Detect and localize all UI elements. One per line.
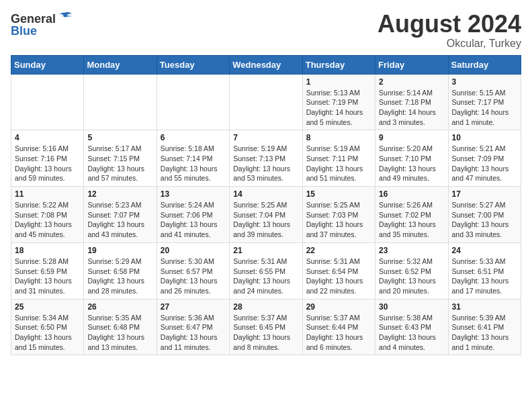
days-header-row: SundayMondayTuesdayWednesdayThursdayFrid… (11, 55, 521, 74)
day-info: Sunrise: 5:32 AM Sunset: 6:52 PM Dayligh… (379, 257, 444, 296)
day-number: 8 (306, 133, 371, 142)
day-info: Sunrise: 5:19 AM Sunset: 7:11 PM Dayligh… (306, 144, 371, 183)
day-cell: 19Sunrise: 5:29 AM Sunset: 6:58 PM Dayli… (84, 242, 157, 299)
day-number: 29 (306, 302, 371, 312)
header-thursday: Thursday (302, 55, 375, 74)
day-cell: 1Sunrise: 5:13 AM Sunset: 7:19 PM Daylig… (302, 74, 375, 130)
day-info: Sunrise: 5:37 AM Sunset: 6:45 PM Dayligh… (233, 313, 298, 353)
day-number: 12 (87, 189, 152, 199)
day-cell: 15Sunrise: 5:25 AM Sunset: 7:03 PM Dayli… (302, 187, 375, 243)
day-cell: 26Sunrise: 5:35 AM Sunset: 6:48 PM Dayli… (84, 299, 157, 355)
location-subtitle: Okcular, Turkey (378, 38, 521, 50)
day-number: 16 (379, 189, 444, 199)
day-info: Sunrise: 5:36 AM Sunset: 6:47 PM Dayligh… (161, 313, 226, 353)
day-number: 18 (15, 246, 80, 255)
logo: General Blue (11, 11, 73, 38)
day-cell: 2Sunrise: 5:14 AM Sunset: 7:18 PM Daylig… (375, 74, 448, 130)
day-info: Sunrise: 5:19 AM Sunset: 7:13 PM Dayligh… (233, 144, 298, 183)
day-cell: 12Sunrise: 5:23 AM Sunset: 7:07 PM Dayli… (84, 187, 157, 243)
day-cell: 30Sunrise: 5:38 AM Sunset: 6:43 PM Dayli… (375, 299, 448, 355)
month-year-title: August 2024 (378, 11, 521, 38)
header-wednesday: Wednesday (230, 55, 302, 74)
day-cell: 28Sunrise: 5:37 AM Sunset: 6:45 PM Dayli… (230, 299, 302, 355)
header-monday: Monday (84, 55, 157, 74)
day-info: Sunrise: 5:37 AM Sunset: 6:44 PM Dayligh… (306, 313, 371, 353)
week-row-1: 1Sunrise: 5:13 AM Sunset: 7:19 PM Daylig… (11, 74, 521, 130)
calendar-table: SundayMondayTuesdayWednesdayThursdayFrid… (11, 55, 521, 356)
day-cell: 24Sunrise: 5:33 AM Sunset: 6:51 PM Dayli… (448, 242, 521, 299)
day-info: Sunrise: 5:23 AM Sunset: 7:07 PM Dayligh… (87, 200, 152, 240)
day-info: Sunrise: 5:31 AM Sunset: 6:55 PM Dayligh… (233, 257, 298, 296)
day-cell: 3Sunrise: 5:15 AM Sunset: 7:17 PM Daylig… (448, 74, 521, 130)
week-row-5: 25Sunrise: 5:34 AM Sunset: 6:50 PM Dayli… (11, 299, 521, 355)
day-number: 15 (306, 189, 371, 199)
day-number: 5 (87, 133, 152, 142)
day-info: Sunrise: 5:34 AM Sunset: 6:50 PM Dayligh… (15, 313, 80, 353)
day-number: 2 (379, 77, 444, 87)
day-number: 14 (233, 189, 298, 199)
day-info: Sunrise: 5:25 AM Sunset: 7:03 PM Dayligh… (306, 200, 371, 240)
day-info: Sunrise: 5:29 AM Sunset: 6:58 PM Dayligh… (87, 257, 152, 296)
day-number: 10 (452, 133, 517, 142)
day-cell: 13Sunrise: 5:24 AM Sunset: 7:06 PM Dayli… (157, 187, 229, 243)
day-info: Sunrise: 5:24 AM Sunset: 7:06 PM Dayligh… (161, 200, 226, 240)
day-cell: 17Sunrise: 5:27 AM Sunset: 7:00 PM Dayli… (448, 187, 521, 243)
header-saturday: Saturday (448, 55, 521, 74)
day-info: Sunrise: 5:25 AM Sunset: 7:04 PM Dayligh… (233, 200, 298, 240)
week-row-3: 11Sunrise: 5:22 AM Sunset: 7:08 PM Dayli… (11, 187, 521, 243)
day-number: 22 (306, 246, 371, 255)
logo-text-blue: Blue (11, 24, 37, 38)
day-cell: 29Sunrise: 5:37 AM Sunset: 6:44 PM Dayli… (302, 299, 375, 355)
day-cell: 21Sunrise: 5:31 AM Sunset: 6:55 PM Dayli… (230, 242, 302, 299)
page-header: General Blue August 2024 Okcular, Turkey (11, 11, 521, 50)
day-cell: 23Sunrise: 5:32 AM Sunset: 6:52 PM Dayli… (375, 242, 448, 299)
day-number: 7 (233, 133, 298, 142)
day-info: Sunrise: 5:38 AM Sunset: 6:43 PM Dayligh… (379, 313, 444, 353)
day-cell: 20Sunrise: 5:30 AM Sunset: 6:57 PM Dayli… (157, 242, 229, 299)
day-info: Sunrise: 5:26 AM Sunset: 7:02 PM Dayligh… (379, 200, 444, 240)
day-info: Sunrise: 5:22 AM Sunset: 7:08 PM Dayligh… (15, 200, 80, 240)
day-number: 23 (379, 246, 444, 255)
day-number: 6 (161, 133, 226, 142)
day-cell: 27Sunrise: 5:36 AM Sunset: 6:47 PM Dayli… (157, 299, 229, 355)
day-info: Sunrise: 5:35 AM Sunset: 6:48 PM Dayligh… (87, 313, 152, 353)
day-cell: 25Sunrise: 5:34 AM Sunset: 6:50 PM Dayli… (11, 299, 84, 355)
day-info: Sunrise: 5:18 AM Sunset: 7:14 PM Dayligh… (161, 144, 226, 183)
day-number: 3 (452, 77, 517, 87)
day-info: Sunrise: 5:31 AM Sunset: 6:54 PM Dayligh… (306, 257, 371, 296)
day-number: 24 (452, 246, 517, 255)
day-info: Sunrise: 5:28 AM Sunset: 6:59 PM Dayligh… (15, 257, 80, 296)
week-row-2: 4Sunrise: 5:16 AM Sunset: 7:16 PM Daylig… (11, 130, 521, 187)
day-number: 30 (379, 302, 444, 312)
title-block: August 2024 Okcular, Turkey (378, 11, 521, 50)
day-cell: 22Sunrise: 5:31 AM Sunset: 6:54 PM Dayli… (302, 242, 375, 299)
day-cell (157, 74, 229, 130)
day-number: 20 (161, 246, 226, 255)
day-cell (84, 74, 157, 130)
day-info: Sunrise: 5:39 AM Sunset: 6:41 PM Dayligh… (452, 313, 517, 353)
day-cell: 8Sunrise: 5:19 AM Sunset: 7:11 PM Daylig… (302, 130, 375, 187)
day-number: 26 (87, 302, 152, 312)
day-info: Sunrise: 5:27 AM Sunset: 7:00 PM Dayligh… (452, 200, 517, 240)
day-info: Sunrise: 5:14 AM Sunset: 7:18 PM Dayligh… (379, 88, 444, 128)
day-info: Sunrise: 5:17 AM Sunset: 7:15 PM Dayligh… (87, 144, 152, 183)
day-number: 28 (233, 302, 298, 312)
day-cell: 4Sunrise: 5:16 AM Sunset: 7:16 PM Daylig… (11, 130, 84, 187)
day-number: 27 (161, 302, 226, 312)
day-cell: 6Sunrise: 5:18 AM Sunset: 7:14 PM Daylig… (157, 130, 229, 187)
day-cell: 7Sunrise: 5:19 AM Sunset: 7:13 PM Daylig… (230, 130, 302, 187)
day-info: Sunrise: 5:30 AM Sunset: 6:57 PM Dayligh… (161, 257, 226, 296)
day-info: Sunrise: 5:16 AM Sunset: 7:16 PM Dayligh… (15, 144, 80, 183)
day-cell (230, 74, 302, 130)
day-cell (11, 74, 84, 130)
week-row-4: 18Sunrise: 5:28 AM Sunset: 6:59 PM Dayli… (11, 242, 521, 299)
day-info: Sunrise: 5:13 AM Sunset: 7:19 PM Dayligh… (306, 88, 371, 128)
day-number: 25 (15, 302, 80, 312)
day-info: Sunrise: 5:33 AM Sunset: 6:51 PM Dayligh… (452, 257, 517, 296)
day-cell: 5Sunrise: 5:17 AM Sunset: 7:15 PM Daylig… (84, 130, 157, 187)
day-number: 13 (161, 189, 226, 199)
header-friday: Friday (375, 55, 448, 74)
day-number: 19 (87, 246, 152, 255)
header-sunday: Sunday (11, 55, 84, 74)
day-info: Sunrise: 5:20 AM Sunset: 7:10 PM Dayligh… (379, 144, 444, 183)
